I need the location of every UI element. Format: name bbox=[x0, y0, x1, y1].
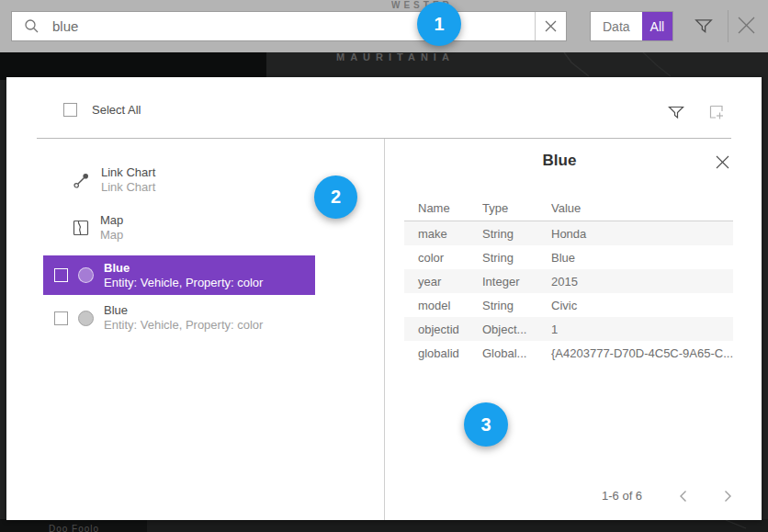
result-subtitle: Entity: Vehicle, Property: color bbox=[104, 318, 263, 333]
table-row: color String Blue bbox=[404, 245, 733, 269]
scope-option-data[interactable]: Data bbox=[591, 12, 642, 40]
results-filter-button[interactable] bbox=[667, 103, 685, 121]
cell-name: objectid bbox=[404, 323, 469, 336]
funnel-icon bbox=[694, 16, 714, 36]
detail-panel: Blue Name Type Value make String Honda bbox=[384, 139, 762, 520]
search-box[interactable] bbox=[11, 11, 567, 41]
map-label-bottom-partial: Doo Foolo bbox=[49, 524, 99, 532]
result-item-blue-selected[interactable]: Blue Entity: Vehicle, Property: color bbox=[43, 255, 315, 295]
map-label-mauritania: MAURITANIA bbox=[336, 51, 455, 62]
callout-badge-1: 1 bbox=[417, 2, 461, 46]
chevron-right-icon bbox=[724, 490, 732, 503]
pagination-next-button[interactable] bbox=[724, 490, 732, 503]
result-subtitle: Entity: Vehicle, Property: color bbox=[104, 276, 263, 290]
add-to-map-icon bbox=[707, 103, 726, 121]
pagination-prev-button[interactable] bbox=[679, 490, 687, 503]
cell-name: model bbox=[404, 299, 469, 312]
cell-type: Global... bbox=[469, 346, 537, 360]
result-item-map[interactable]: Map Map bbox=[73, 212, 123, 243]
properties-table: Name Type Value make String Honda color … bbox=[404, 195, 733, 365]
map-landmass bbox=[0, 52, 266, 80]
table-header: Name Type Value bbox=[404, 195, 733, 221]
cell-value: Blue bbox=[537, 251, 733, 265]
link-chart-icon bbox=[73, 172, 90, 189]
cell-type: String bbox=[469, 299, 537, 312]
chevron-left-icon bbox=[679, 490, 687, 503]
cell-type: String bbox=[469, 227, 537, 241]
table-row: model String Civic bbox=[404, 293, 733, 317]
cell-name: make bbox=[404, 227, 469, 241]
pagination: 1-6 of 6 bbox=[602, 489, 732, 503]
table-row: objectid Object... 1 bbox=[404, 317, 733, 341]
cell-type: String bbox=[469, 251, 537, 265]
column-header-name: Name bbox=[404, 201, 469, 215]
result-title: Blue bbox=[104, 261, 263, 276]
search-scope-toggle: Data All bbox=[590, 11, 673, 41]
cell-value: Honda bbox=[537, 227, 733, 241]
cell-value: Civic bbox=[537, 299, 733, 312]
toolbar-filter-button[interactable] bbox=[694, 16, 714, 36]
app-window: MAURITANIA Doo Foolo WESTER Data All bbox=[0, 0, 768, 532]
cell-name: globalid bbox=[404, 346, 469, 360]
column-header-value: Value bbox=[537, 201, 733, 215]
result-checkbox[interactable] bbox=[54, 311, 68, 325]
map-icon bbox=[73, 220, 89, 236]
funnel-icon bbox=[667, 103, 685, 121]
column-header-type: Type bbox=[469, 201, 537, 215]
table-row: make String Honda bbox=[404, 221, 733, 245]
search-icon bbox=[24, 18, 40, 34]
entity-circle-icon bbox=[78, 311, 94, 326]
result-title: Map bbox=[100, 213, 123, 228]
clear-search-button[interactable] bbox=[535, 12, 566, 40]
table-row: year Integer 2015 bbox=[404, 269, 733, 293]
clear-x-icon bbox=[545, 20, 557, 32]
detail-close-button[interactable] bbox=[715, 154, 730, 170]
toolbar-close-button[interactable] bbox=[736, 15, 757, 36]
result-subtitle: Link Chart bbox=[101, 180, 155, 195]
detail-title: Blue bbox=[384, 152, 735, 170]
close-icon bbox=[715, 154, 730, 170]
add-to-selection-button[interactable] bbox=[707, 103, 726, 121]
select-all-control[interactable]: Select All bbox=[63, 103, 141, 117]
result-title: Blue bbox=[104, 303, 263, 318]
cell-value: 2015 bbox=[537, 275, 733, 289]
scope-option-all[interactable]: All bbox=[642, 12, 673, 40]
search-input[interactable] bbox=[51, 17, 535, 35]
toolbar-divider bbox=[728, 10, 728, 42]
search-results-panel: Select All Link Chart bbox=[6, 77, 762, 520]
result-checkbox[interactable] bbox=[54, 268, 68, 282]
cell-value: 1 bbox=[537, 323, 733, 336]
result-subtitle: Map bbox=[100, 228, 123, 243]
result-item-blue[interactable]: Blue Entity: Vehicle, Property: color bbox=[54, 300, 263, 335]
search-toolbar: Data All bbox=[0, 0, 768, 52]
close-icon bbox=[736, 15, 757, 36]
select-all-checkbox[interactable] bbox=[63, 103, 77, 117]
result-title: Link Chart bbox=[101, 165, 155, 180]
cell-name: year bbox=[404, 275, 469, 289]
cell-type: Object... bbox=[469, 323, 537, 336]
result-item-link-chart[interactable]: Link Chart Link Chart bbox=[73, 164, 155, 196]
cell-name: color bbox=[404, 251, 469, 265]
select-all-label: Select All bbox=[92, 103, 141, 117]
entity-circle-icon bbox=[78, 267, 94, 283]
cell-value: {A4203777-D70D-4C5C-9A65-C... bbox=[537, 346, 733, 360]
pagination-label: 1-6 of 6 bbox=[602, 489, 642, 503]
table-row: globalid Global... {A4203777-D70D-4C5C-9… bbox=[404, 341, 733, 365]
callout-badge-3: 3 bbox=[464, 402, 508, 447]
callout-badge-2: 2 bbox=[314, 175, 357, 219]
cell-type: Integer bbox=[469, 275, 537, 289]
